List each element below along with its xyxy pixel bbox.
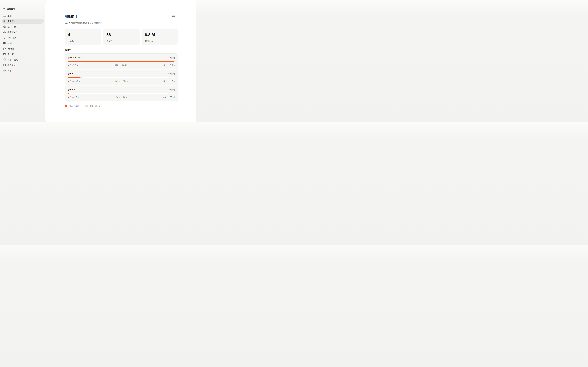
- message-plus-icon: [3, 64, 6, 67]
- sidebar-item-coins[interactable]: 积分详情: [2, 24, 44, 29]
- legend-swatch: [65, 105, 67, 107]
- plug-icon: [3, 36, 6, 39]
- sidebar-item-chip[interactable]: 模型与 API: [2, 30, 44, 35]
- sidebar-item-label: 关于: [8, 70, 12, 72]
- input-token-segment: [68, 93, 69, 94]
- model-row: qwen3.5-plus12 条消息输入：7.6 M输出：~80.4 k总计：~…: [65, 54, 178, 69]
- stat-value: 38: [106, 33, 136, 37]
- stat-cards: 4会话数38消息数8.8 M总 Token: [65, 29, 178, 45]
- sidebar-item-shield[interactable]: 数据与隐私: [2, 58, 44, 62]
- sidebar-item-message-plus[interactable]: 提交反馈: [2, 63, 44, 68]
- output-stat: 输出：~3.0 k: [104, 96, 139, 99]
- model-message-count: 25 条消息: [167, 72, 175, 75]
- input-token-segment: [68, 61, 174, 62]
- stat-card: 38消息数: [103, 29, 140, 45]
- info-icon: [3, 69, 6, 72]
- legend-swatch: [86, 105, 88, 107]
- sidebar-item-pencil[interactable]: 通用: [2, 13, 44, 18]
- sidebar-item-label: 积分详情: [8, 25, 16, 28]
- sidebar-item-label: 工作区: [8, 53, 14, 56]
- sidebar-item-folder[interactable]: 工作区: [2, 52, 44, 57]
- arrow-left-icon: [3, 7, 5, 10]
- pencil-icon: [3, 14, 6, 17]
- coins-icon: [3, 25, 6, 28]
- output-stat: 输出：~120.2 k: [104, 80, 139, 83]
- main-panel: 用量统计 刷新 本设备所有已保存对话的 Token 用量汇总。 4会话数38消息…: [45, 0, 196, 122]
- sidebar-item-label: MCP 服务: [8, 36, 17, 39]
- legend-label: 输入 Token: [69, 105, 79, 107]
- refresh-button[interactable]: 刷新: [169, 14, 178, 19]
- model-name: qwen3.5-plus: [68, 56, 81, 59]
- model-usage-card: qwen3.5-plus12 条消息输入：7.6 M输出：~80.4 k总计：~…: [65, 53, 178, 101]
- model-row: glm-525 条消息输入：896.8 k输出：~120.2 k总计：~1.0 …: [65, 69, 178, 85]
- stat-value: 8.8 M: [145, 33, 175, 37]
- legend-item: 输出 Token: [86, 105, 100, 107]
- total-stat: 总计：~1.0 M: [139, 80, 175, 83]
- token-legend: 输入 Token输出 Token: [65, 105, 178, 107]
- sidebar-item-label: 提交反馈: [8, 64, 16, 67]
- token-usage-bar: [68, 93, 175, 94]
- book-open-icon: [3, 42, 6, 45]
- token-usage-bar: [68, 61, 175, 62]
- sidebar-item-label: IM 频道: [8, 48, 14, 50]
- output-stat: 输出：~80.4 k: [104, 64, 139, 67]
- model-message-count: 12 条消息: [167, 56, 175, 59]
- chip-icon: [3, 31, 6, 34]
- back-to-app-button[interactable]: 返回应用: [2, 7, 44, 10]
- sidebar-item-info[interactable]: 关于: [2, 68, 44, 73]
- input-stat: 输入：82.9 k: [68, 96, 104, 99]
- legend-item: 输入 Token: [65, 105, 79, 107]
- sidebar-item-label: 模型与 API: [8, 31, 17, 34]
- stat-card: 8.8 M总 Token: [142, 29, 178, 45]
- total-stat: 总计：~7.7 M: [139, 64, 175, 67]
- input-stat: 输入：7.6 M: [68, 64, 104, 67]
- message-icon: [3, 47, 6, 50]
- settings-sidebar: 返回应用 通用用量统计积分详情模型与 APIMCP 服务技能IM 频道工作区数据…: [0, 0, 45, 122]
- stat-label: 消息数: [106, 40, 136, 42]
- page-title: 用量统计: [65, 14, 77, 19]
- input-token-segment: [68, 77, 80, 78]
- sidebar-item-plug[interactable]: MCP 服务: [2, 35, 44, 40]
- stat-card: 4会话数: [65, 29, 101, 45]
- bar-chart-icon: [3, 20, 6, 23]
- output-token-segment: [174, 61, 175, 62]
- sidebar-item-label: 技能: [8, 42, 12, 45]
- input-stat: 输入：896.8 k: [68, 80, 104, 83]
- sidebar-item-message[interactable]: IM 频道: [2, 46, 44, 51]
- shield-icon: [3, 58, 6, 61]
- sidebar-item-book-open[interactable]: 技能: [2, 41, 44, 46]
- sidebar-item-bar-chart[interactable]: 用量统计: [2, 19, 44, 24]
- stat-value: 4: [68, 33, 98, 37]
- model-name: glm-4.7: [68, 88, 75, 91]
- page-subtitle: 本设备所有已保存对话的 Token 用量汇总。: [65, 22, 178, 25]
- stat-label: 总 Token: [145, 40, 175, 42]
- token-usage-bar: [68, 77, 175, 78]
- model-name: glm-5: [68, 72, 73, 75]
- sidebar-item-label: 数据与隐私: [8, 58, 18, 61]
- by-model-section-title: 按模型: [65, 49, 178, 51]
- model-row: glm-4.71 条消息输入：82.9 k输出：~3.0 k总计：~85.9 k: [65, 85, 178, 101]
- total-stat: 总计：~85.9 k: [139, 96, 175, 99]
- sidebar-nav: 通用用量统计积分详情模型与 APIMCP 服务技能IM 频道工作区数据与隐私提交…: [2, 13, 44, 73]
- sidebar-item-label: 通用: [8, 14, 12, 17]
- output-token-segment: [80, 77, 82, 78]
- back-label: 返回应用: [7, 8, 15, 10]
- stat-label: 会话数: [68, 40, 98, 42]
- model-message-count: 1 条消息: [168, 88, 175, 91]
- folder-icon: [3, 53, 6, 56]
- legend-label: 输出 Token: [89, 105, 100, 107]
- sidebar-item-label: 用量统计: [8, 20, 16, 23]
